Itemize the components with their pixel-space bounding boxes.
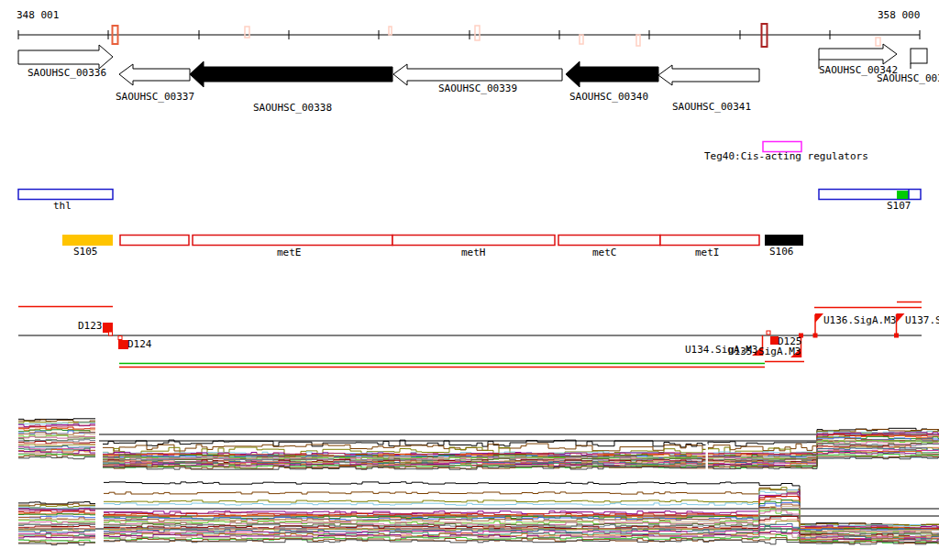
gene-box-saouhsc-0034x[interactable] xyxy=(911,49,927,63)
gene-label-saouhsc-00341: SAOUHSC_00341 xyxy=(672,101,751,113)
feature-box-s106[interactable] xyxy=(765,235,803,246)
gene-arrow-saouhsc-00341[interactable] xyxy=(658,65,759,85)
feature-box-s105[interactable] xyxy=(62,235,113,246)
ruler-start-coordinate: 348 001 xyxy=(17,9,59,21)
marker-d123[interactable] xyxy=(103,323,113,333)
feature-box-s107[interactable] xyxy=(819,190,921,200)
ruler-end-coordinate: 358 000 xyxy=(878,9,920,21)
marker-label-u135: U135.SigA.M3 xyxy=(728,346,801,357)
teg40-regulator-label: Teg40:Cis-acting regulators xyxy=(704,150,868,162)
coordinate-ruler[interactable] xyxy=(18,30,920,39)
gene-arrow-saouhsc-00342[interactable] xyxy=(819,44,897,64)
gene-label-saouhsc-0034x: SAOUHSC_0034 xyxy=(877,72,939,84)
gene-label-saouhsc-00340: SAOUHSC_00340 xyxy=(569,91,648,103)
feature-box-metH[interactable] xyxy=(392,236,555,246)
gene-label-saouhsc-00336: SAOUHSC_00336 xyxy=(28,67,106,79)
gene-label-saouhsc-00338: SAOUHSC_00338 xyxy=(253,102,332,114)
marker-label-d123: D123 xyxy=(78,320,103,332)
feature-label-s106: S106 xyxy=(769,246,794,258)
feature-box-metC[interactable] xyxy=(558,236,660,246)
feature-box-metI[interactable] xyxy=(660,236,759,246)
gene-arrow-saouhsc-00337[interactable] xyxy=(119,64,190,85)
feature-label-metI: metI xyxy=(695,247,720,258)
marker-label-d124: D124 xyxy=(127,338,152,350)
feature-box-metE[interactable] xyxy=(193,236,392,246)
marker-label-u136: U136.SigA.M3 xyxy=(823,314,896,326)
expression-profile-plot[interactable] xyxy=(18,419,939,545)
feature-box-met-leader[interactable] xyxy=(120,236,189,246)
gene-arrow-saouhsc-00338[interactable] xyxy=(190,61,392,87)
feature-box-thl[interactable] xyxy=(18,190,113,200)
feature-label-thl: thl xyxy=(53,200,72,212)
genome-browser-view: 348 001 358 000 SAOUHSC_00336 SAOUHSC_00… xyxy=(0,0,939,560)
gene-label-saouhsc-00339: SAOUHSC_00339 xyxy=(438,82,517,94)
feature-label-s107: S107 xyxy=(887,200,911,212)
gene-arrow-saouhsc-00340[interactable] xyxy=(566,61,658,87)
gene-arrow-saouhsc-00336[interactable] xyxy=(18,45,113,69)
marker-flag-u136[interactable] xyxy=(813,313,824,338)
marker-label-u137: U137.S xyxy=(905,314,939,326)
feature-label-metH: metH xyxy=(461,247,486,258)
gene-label-saouhsc-00337: SAOUHSC_00337 xyxy=(116,91,194,103)
feature-label-metE: metE xyxy=(277,247,302,258)
feature-label-metC: metC xyxy=(592,247,617,258)
feature-label-s105: S105 xyxy=(73,246,98,258)
